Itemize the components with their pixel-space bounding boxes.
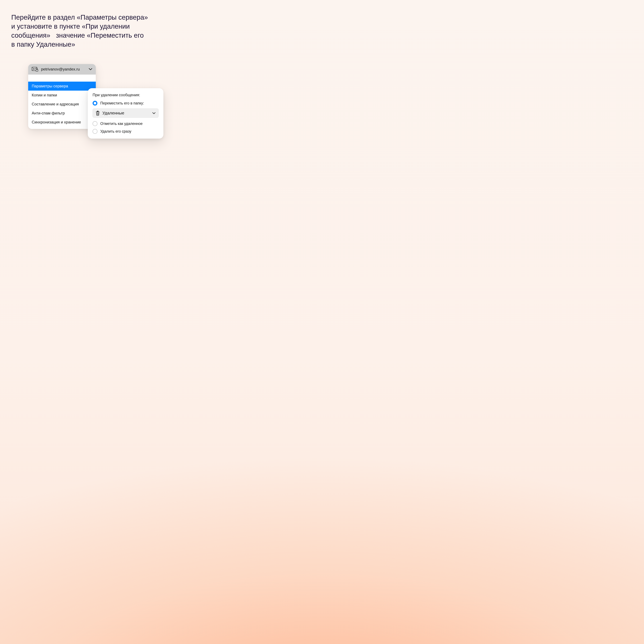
svg-rect-1 xyxy=(36,70,38,71)
account-email: petrivanov@yandex.ru xyxy=(41,67,86,71)
instruction-text: Перейдите в раздел «Параметры сервера» и… xyxy=(11,13,166,49)
svg-line-5 xyxy=(98,113,98,115)
menu-item-antispam[interactable]: Анти-спам фильтр xyxy=(28,109,96,118)
delete-options-panel: При удалении сообщения: Переместить его … xyxy=(88,88,163,139)
menu-item-copies-folders[interactable]: Копии и папки xyxy=(28,91,96,100)
settings-menu: Параметры сервера Копии и папки Составле… xyxy=(28,82,96,129)
mail-lock-icon xyxy=(32,67,38,71)
delete-section-title: При удалении сообщения: xyxy=(93,93,159,97)
menu-item-sync-storage[interactable]: Синхронизация и хранение xyxy=(28,118,96,127)
radio-delete-now[interactable] xyxy=(93,129,97,134)
folder-select-label: Удаленные xyxy=(102,111,150,116)
radio-move-to-folder[interactable] xyxy=(93,101,97,106)
chevron-down-icon[interactable] xyxy=(89,68,92,70)
option-mark-deleted[interactable]: Отметить как удаленное xyxy=(93,121,159,126)
account-header[interactable]: petrivanov@yandex.ru xyxy=(28,64,96,75)
trash-icon xyxy=(96,111,100,116)
option-move-label: Переместить его в папку: xyxy=(100,101,144,105)
svg-rect-2 xyxy=(96,112,99,112)
svg-rect-3 xyxy=(97,111,98,112)
folder-select[interactable]: Удаленные xyxy=(93,108,159,118)
sidebar-spacer xyxy=(28,75,96,82)
option-move-to-folder[interactable]: Переместить его в папку: xyxy=(93,101,159,106)
option-delete-now-label: Удалить его сразу xyxy=(100,129,131,134)
settings-sidebar: petrivanov@yandex.ru Параметры сервера К… xyxy=(28,64,96,129)
menu-item-composition[interactable]: Составление и адресация xyxy=(28,100,96,109)
radio-mark-deleted[interactable] xyxy=(93,121,97,126)
chevron-down-icon[interactable] xyxy=(152,112,156,114)
stage: petrivanov@yandex.ru Параметры сервера К… xyxy=(28,64,633,154)
menu-item-server-params[interactable]: Параметры сервера xyxy=(28,82,96,91)
option-mark-label: Отметить как удаленное xyxy=(100,122,143,126)
option-delete-now[interactable]: Удалить его сразу xyxy=(93,129,159,134)
